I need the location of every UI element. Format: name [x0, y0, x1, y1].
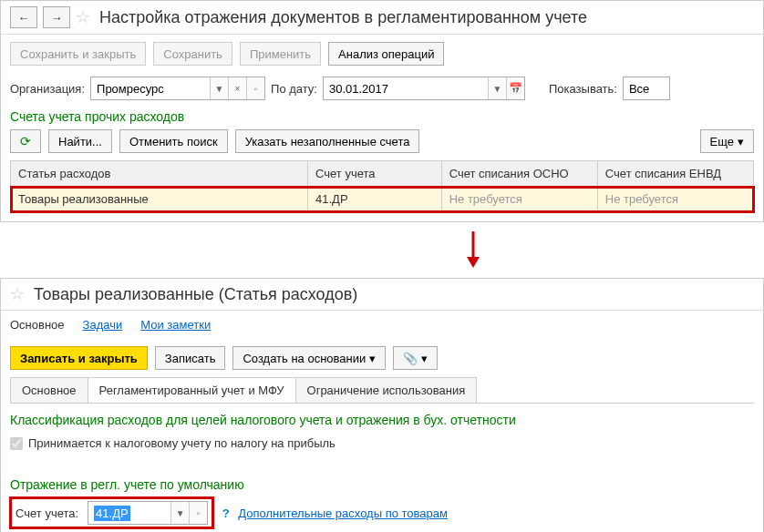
nav-notes[interactable]: Мои заметки: [140, 318, 211, 332]
fill-accounts-button[interactable]: Указать незаполненные счета: [235, 129, 420, 153]
create-based-button[interactable]: Создать на основании ▾: [232, 346, 386, 370]
table-header-row: Статья расходов Счет учета Счет списания…: [11, 161, 754, 187]
nav-tasks[interactable]: Задачи: [83, 318, 123, 332]
date-label: По дату:: [271, 82, 317, 96]
nav-main[interactable]: Основное: [10, 318, 65, 332]
cell-expense-item[interactable]: Товары реализованные: [11, 187, 308, 212]
forward-button[interactable]: →: [43, 6, 70, 28]
detail-toolbar: Записать и закрыть Записать Создать на о…: [1, 339, 763, 377]
cancel-search-button[interactable]: Отменить поиск: [119, 129, 228, 153]
tax-checkbox-label: Принимается к налоговому учету по налогу…: [28, 436, 336, 450]
write-button[interactable]: Записать: [155, 346, 226, 370]
more-button[interactable]: Еще ▾: [700, 129, 754, 153]
star-icon[interactable]: ☆: [10, 284, 25, 304]
back-button[interactable]: ←: [10, 6, 37, 28]
tab-main[interactable]: Основное: [10, 377, 88, 403]
col-osno[interactable]: Счет списания ОСНО: [441, 161, 597, 187]
tax-checkbox-row: Принимается к налоговому учету по налогу…: [1, 433, 763, 454]
arrow-down-icon: [464, 231, 482, 268]
accounts-table: Статья расходов Счет учета Счет списания…: [10, 160, 754, 212]
tax-checkbox[interactable]: [10, 437, 23, 450]
account-label: Счет учета:: [15, 506, 78, 520]
show-input[interactable]: [624, 77, 669, 99]
dropdown-icon[interactable]: ▼: [170, 502, 189, 524]
tab-restrictions[interactable]: Ограничение использования: [295, 377, 478, 403]
show-label: Показывать:: [549, 82, 617, 96]
detail-window: ☆ Товары реализованные (Статья расходов)…: [0, 278, 764, 532]
chevron-down-icon: ▾: [421, 352, 428, 365]
attachment-icon: 📎: [403, 352, 418, 365]
main-toolbar: Сохранить и закрыть Сохранить Применить …: [1, 35, 763, 73]
refresh-button[interactable]: ⟳: [10, 129, 41, 153]
arrow-annotation: [0, 222, 764, 274]
col-envd[interactable]: Счет списания ЕНВД: [597, 161, 753, 187]
additional-expenses-link[interactable]: Дополнительные расходы по товарам: [238, 506, 448, 520]
detail-tabs: Основное Регламентированный учет и МФУ О…: [10, 377, 754, 404]
save-close-button[interactable]: Сохранить и закрыть: [10, 42, 146, 66]
dropdown-icon[interactable]: ▼: [488, 77, 506, 99]
org-input-group: ▼ × ▫: [90, 77, 265, 100]
apply-button[interactable]: Применить: [240, 42, 321, 66]
window-header: ← → ☆ Настройка отражения документов в р…: [1, 1, 763, 35]
tab-reg-accounting[interactable]: Регламентированный учет и МФУ: [88, 377, 296, 403]
col-account[interactable]: Счет учета: [308, 161, 442, 187]
write-close-button[interactable]: Записать и закрыть: [10, 346, 148, 370]
date-input-group: ▼ 📅: [323, 77, 525, 100]
detail-title: Товары реализованные (Статья расходов): [34, 285, 357, 304]
org-input[interactable]: [91, 77, 210, 99]
cell-osno: Не требуется: [441, 187, 597, 212]
account-input-group: 41.ДР ▼ ▫: [88, 501, 208, 525]
svg-marker-1: [467, 257, 480, 268]
clear-icon[interactable]: ×: [228, 77, 246, 99]
filter-row: Организация: ▼ × ▫ По дату: ▼ 📅 Показыва…: [1, 73, 763, 104]
detail-header: ☆ Товары реализованные (Статья расходов): [1, 279, 763, 311]
classification-title: Классификация расходов для целей налогов…: [1, 404, 763, 433]
star-icon[interactable]: ☆: [76, 7, 90, 27]
dropdown-icon[interactable]: ▼: [210, 77, 228, 99]
reflection-title: Отражение в регл. учете по умолчанию: [1, 472, 763, 497]
section-title: Счета учета прочих расходов: [1, 104, 763, 129]
open-icon[interactable]: ▫: [246, 77, 264, 99]
calendar-icon[interactable]: 📅: [506, 77, 524, 99]
show-input-group: [623, 77, 670, 100]
window-title: Настройка отражения документов в регламе…: [99, 8, 587, 27]
col-expense-item[interactable]: Статья расходов: [11, 161, 308, 187]
find-button[interactable]: Найти...: [48, 129, 112, 153]
table-toolbar: ⟳ Найти... Отменить поиск Указать незапо…: [1, 129, 763, 160]
help-icon[interactable]: ?: [222, 506, 230, 520]
org-label: Организация:: [10, 82, 85, 96]
date-input[interactable]: [324, 77, 488, 99]
cell-account[interactable]: 41.ДР: [308, 187, 442, 212]
chevron-down-icon: ▾: [738, 135, 744, 148]
account-field-row: Счет учета: 41.ДР ▼ ▫: [10, 497, 213, 528]
save-button[interactable]: Сохранить: [153, 42, 232, 66]
account-input[interactable]: 41.ДР: [88, 502, 170, 524]
attachment-button[interactable]: 📎 ▾: [393, 346, 438, 370]
cell-envd: Не требуется: [597, 187, 753, 212]
refresh-icon: ⟳: [20, 134, 31, 148]
table-row[interactable]: Товары реализованные 41.ДР Не требуется …: [11, 187, 754, 212]
chevron-down-icon: ▾: [369, 352, 376, 365]
analyze-button[interactable]: Анализ операций: [328, 42, 444, 66]
open-icon[interactable]: ▫: [189, 502, 207, 524]
nav-links: Основное Задачи Мои заметки: [1, 311, 763, 339]
settings-window: ← → ☆ Настройка отражения документов в р…: [0, 0, 764, 222]
